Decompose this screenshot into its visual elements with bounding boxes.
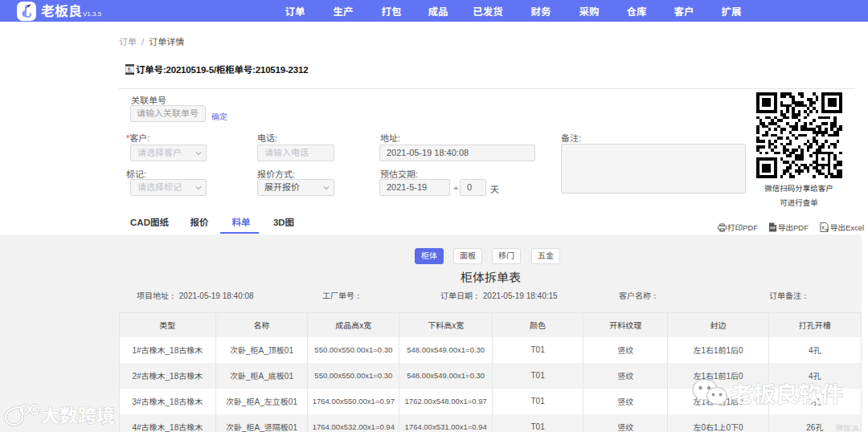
svg-text:老板良软件: 老板良软件 [731, 377, 843, 409]
svg-text:大数跨境: 大数跨境 [41, 401, 115, 428]
svg-text:PDF: PDF [770, 226, 776, 230]
